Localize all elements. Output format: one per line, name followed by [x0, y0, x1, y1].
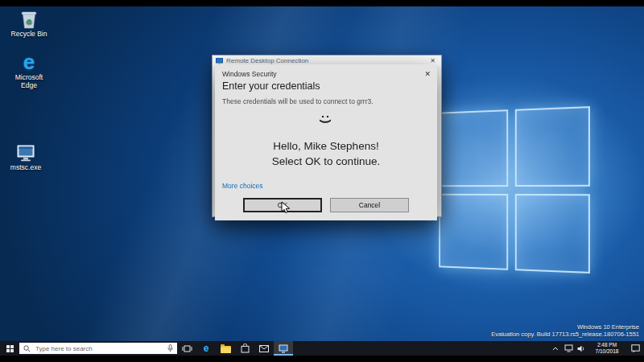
recycle-bin-icon: ♻: [20, 8, 38, 29]
desktop-icon-recycle-bin[interactable]: ♻ Recycle Bin: [6, 8, 52, 39]
remote-desktop-icon: [279, 344, 288, 353]
task-view-button[interactable]: [177, 341, 196, 356]
clock-date: 7/10/2018: [588, 348, 626, 355]
taskbar-app-store[interactable]: [235, 341, 254, 356]
volume-icon: [577, 345, 585, 352]
tray-show-hidden-icons[interactable]: [549, 341, 562, 356]
hero-pane-top-right: [515, 106, 590, 186]
more-choices-link[interactable]: More choices: [222, 182, 263, 190]
rdp-window-title: Remote Desktop Connection: [226, 57, 424, 64]
store-icon: [241, 343, 250, 353]
desktop-icon-label: Recycle Bin: [11, 31, 47, 39]
edge-icon: e: [23, 51, 35, 72]
chevron-up-icon: [552, 347, 559, 351]
dialog-title: Windows Security: [222, 70, 423, 78]
hero-pane-bottom-left: [439, 193, 508, 269]
tray-volume[interactable]: [575, 341, 588, 356]
cancel-button[interactable]: Cancel: [330, 198, 409, 212]
action-center-icon: [631, 344, 640, 353]
mail-icon: [259, 345, 269, 352]
windows-hero-logo: [439, 106, 590, 274]
rdp-close-button[interactable]: ✕: [427, 57, 438, 64]
svg-text:♻: ♻: [26, 18, 32, 26]
dialog-close-button[interactable]: ✕: [423, 70, 432, 78]
taskbar-search-box[interactable]: [19, 343, 177, 354]
letterbox-bottom: [0, 356, 644, 362]
clock-time: 2:48 PM: [588, 342, 626, 348]
hero-pane-bottom-right: [515, 194, 590, 274]
taskbar: e: [0, 341, 644, 356]
dialog-description: These credentials will be used to connec…: [222, 97, 374, 105]
action-center-button[interactable]: [626, 341, 644, 356]
taskbar-app-edge[interactable]: e: [196, 341, 216, 356]
evaluation-watermark: Windows 10 Enterprise Evaluation copy. B…: [491, 323, 639, 338]
watermark-line1: Windows 10 Enterprise: [491, 323, 639, 331]
taskbar-app-remote-desktop[interactable]: [274, 341, 293, 356]
start-button[interactable]: [0, 341, 19, 356]
windows-start-icon: [6, 345, 14, 352]
task-view-icon: [182, 344, 192, 353]
hello-smiley-icon: :): [215, 113, 437, 127]
edge-icon: e: [204, 343, 209, 353]
network-icon: [564, 344, 573, 352]
file-explorer-icon: [221, 346, 231, 353]
microphone-icon: [167, 344, 173, 352]
ok-button[interactable]: OK: [243, 198, 322, 212]
desktop-icon-microsoft-edge[interactable]: e Microsoft Edge: [6, 51, 52, 89]
dialog-greeting: Hello, Mike Stephens!: [215, 140, 437, 152]
taskbar-clock[interactable]: 2:48 PM 7/10/2018: [588, 342, 626, 355]
hero-pane-top-left: [439, 109, 508, 186]
tray-network[interactable]: [562, 341, 575, 356]
desktop-icon-label: Microsoft Edge: [6, 74, 52, 89]
desktop: ♻ Recycle Bin e Microsoft Edge mstsc.exe…: [0, 6, 644, 341]
desktop-icon-mstsc[interactable]: mstsc.exe: [3, 142, 48, 172]
rdp-window-icon: [216, 58, 223, 64]
letterbox-top: [0, 0, 644, 6]
dialog-titlebar: Windows Security ✕: [215, 64, 437, 80]
watermark-line2: Evaluation copy. Build 17713.rs5_release…: [491, 331, 639, 338]
taskbar-app-mail[interactable]: [254, 341, 274, 356]
dialog-heading: Enter your credentials: [222, 80, 320, 92]
search-icon: [23, 345, 31, 352]
desktop-icon-label: mstsc.exe: [10, 164, 41, 172]
remote-desktop-app-icon: [15, 142, 36, 162]
dialog-button-row: OK Cancel: [215, 198, 437, 212]
dialog-instruction: Select OK to continue.: [215, 155, 437, 167]
taskbar-app-file-explorer[interactable]: [216, 341, 235, 356]
windows-security-dialog: Windows Security ✕ Enter your credential…: [215, 64, 437, 220]
search-input[interactable]: [34, 344, 164, 353]
